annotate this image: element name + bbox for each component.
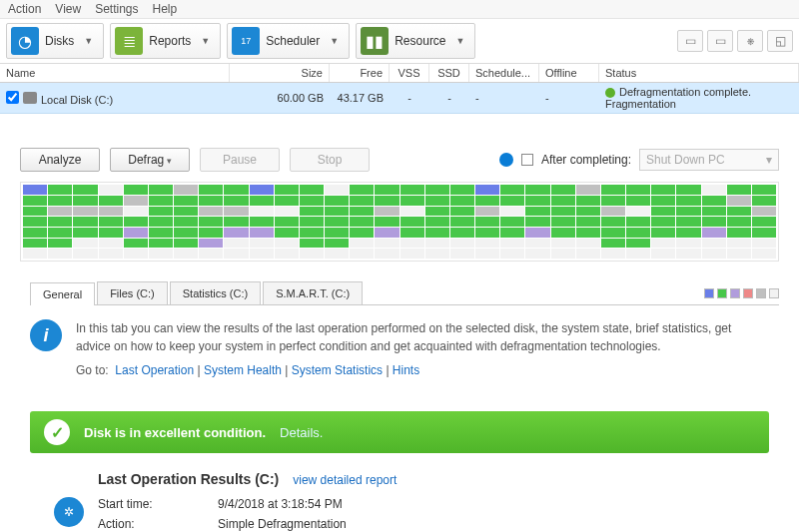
check-icon: ✓	[44, 419, 70, 445]
disk-free: 43.17 GB	[330, 89, 390, 107]
col-vss[interactable]: VSS	[390, 64, 429, 82]
gear-icon: ✲	[54, 497, 84, 527]
col-offline[interactable]: Offline	[539, 64, 599, 82]
mini-btn-4[interactable]: ◱	[767, 30, 793, 52]
col-size[interactable]: Size	[230, 64, 330, 82]
status-ok-icon	[605, 88, 615, 98]
mini-btn-2[interactable]: ▭	[707, 30, 733, 52]
disk-vss: -	[390, 89, 429, 107]
disk-checkbox[interactable]	[6, 91, 19, 104]
tab-statistics[interactable]: Statistics (C:)	[170, 281, 261, 304]
link-system-statistics[interactable]: System Statistics	[292, 363, 383, 377]
menu-help[interactable]: Help	[153, 2, 178, 16]
link-system-health[interactable]: System Health	[204, 363, 282, 377]
action-bar: Analyze Defrag Pause Stop After completi…	[0, 144, 799, 176]
toolbar-scheduler[interactable]: Scheduler▼	[227, 23, 350, 59]
lastop-action-label: Action:	[98, 517, 218, 531]
health-text: Disk is in excellent condition.	[84, 425, 266, 440]
lastop-action-value: Simple Defragmentation	[218, 517, 347, 531]
disk-row[interactable]: Local Disk (C:) 60.00 GB 43.17 GB - - - …	[0, 83, 799, 114]
disk-sched: -	[469, 89, 539, 107]
view-report-link[interactable]: view detailed report	[293, 473, 397, 487]
mini-btn-1[interactable]: ▭	[677, 30, 703, 52]
drive-icon	[23, 92, 37, 104]
goto-links: Go to: Last Operation | System Health | …	[76, 361, 769, 379]
health-banner: ✓ Disk is in excellent condition. Detail…	[30, 411, 769, 453]
pause-button: Pause	[200, 148, 280, 172]
toolbar-disks[interactable]: ◔Disks▼	[6, 23, 104, 59]
col-name[interactable]: Name	[0, 64, 230, 82]
toolbar-reports[interactable]: ≣Reports▼	[110, 23, 221, 59]
disk-offline: -	[539, 89, 599, 107]
health-details-link[interactable]: Details.	[280, 425, 323, 440]
lastop-title: Last Operation Results (C:)	[98, 471, 279, 487]
disk-size: 60.00 GB	[230, 89, 330, 107]
calendar-icon	[232, 27, 260, 55]
disk-name: Local Disk (C:)	[41, 94, 113, 106]
link-hints[interactable]: Hints	[393, 363, 419, 377]
tab-body: i In this tab you can view the results o…	[0, 305, 799, 393]
menubar: Action View Settings Help	[0, 0, 799, 19]
disk-ssd: -	[429, 89, 469, 107]
defrag-button[interactable]: Defrag	[110, 148, 190, 172]
lastop-start-value: 9/4/2018 at 3:18:54 PM	[218, 497, 343, 511]
link-last-operation[interactable]: Last Operation	[115, 363, 194, 377]
resource-icon: ▮▮	[361, 27, 389, 55]
toolbar: ◔Disks▼ ≣Reports▼ Scheduler▼ ▮▮Resource▼…	[0, 19, 799, 64]
menu-view[interactable]: View	[55, 2, 81, 16]
after-completing-select[interactable]: Shut Down PC▾	[639, 149, 779, 171]
info-text: In this tab you can view the results of …	[76, 319, 769, 355]
refresh-icon[interactable]	[499, 153, 513, 167]
after-completing-checkbox[interactable]	[521, 154, 533, 166]
col-ssd[interactable]: SSD	[429, 64, 469, 82]
cluster-map	[20, 182, 779, 262]
analyze-button[interactable]: Analyze	[20, 148, 100, 172]
menu-settings[interactable]: Settings	[95, 2, 138, 16]
tab-general[interactable]: General	[30, 282, 95, 305]
disk-status: Defragmentation complete. Fragmentation	[599, 83, 799, 113]
menu-action[interactable]: Action	[8, 2, 41, 16]
tabstrip: General Files (C:) Statistics (C:) S.M.A…	[30, 281, 779, 305]
toolbar-resource[interactable]: ▮▮Resource▼	[356, 23, 475, 59]
disk-grid-header: Name Size Free VSS SSD Schedule... Offli…	[0, 64, 799, 83]
tab-files[interactable]: Files (C:)	[97, 281, 168, 304]
col-free[interactable]: Free	[330, 64, 390, 82]
last-operation: ✲ Last Operation Results (C:)view detail…	[0, 471, 799, 532]
lastop-start-label: Start time:	[98, 497, 218, 511]
info-icon: i	[30, 319, 62, 351]
col-status[interactable]: Status	[599, 64, 799, 82]
stop-button: Stop	[290, 148, 370, 172]
disk-icon: ◔	[11, 27, 39, 55]
cluster-legend	[704, 281, 779, 304]
after-completing-label: After completing:	[541, 153, 631, 167]
mini-btn-3[interactable]: ⎈	[737, 30, 763, 52]
col-schedule[interactable]: Schedule...	[469, 64, 539, 82]
tab-smart[interactable]: S.M.A.R.T. (C:)	[263, 281, 363, 304]
reports-icon: ≣	[115, 27, 143, 55]
